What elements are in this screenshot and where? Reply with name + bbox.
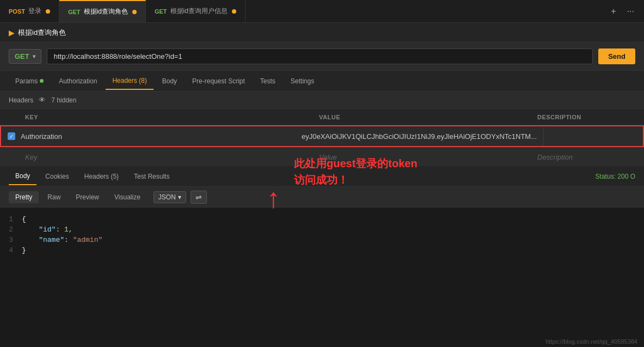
response-section: ↑ 此处用guest登录的token访问成功！ Body Cookies Hea… xyxy=(0,166,644,262)
line-num-3: 3 xyxy=(0,236,22,244)
row-value: eyJ0eXAiOiJKV1QiLCJhbGciOiJIUzI1NiJ9.eyJ… xyxy=(302,132,537,141)
res-tab-headers[interactable]: Headers (5) xyxy=(78,168,125,185)
breadcrumb: ▶ 根据id查询角色 xyxy=(0,23,644,42)
footer-url: https://blog.csdn.net/qq_40585384 xyxy=(545,338,637,345)
col-description: DESCRIPTION xyxy=(537,114,635,120)
format-value: JSON xyxy=(158,193,176,201)
format-select[interactable]: JSON ▾ xyxy=(154,191,186,203)
tab-get-user-label: 根据id查询用户信息 xyxy=(170,7,228,16)
tab-get-role-label: 根据id查询角色 xyxy=(84,7,128,16)
tab-post-method: POST xyxy=(9,8,25,15)
tab-get-user-method: GET xyxy=(155,8,167,15)
eye-icon[interactable]: 👁 xyxy=(39,96,46,104)
row-value-cell: eyJ0eXAiOiJKV1QiLCJhbGciOiJIUzI1NiJ9.eyJ… xyxy=(295,127,544,146)
params-active-dot xyxy=(40,79,44,83)
tab-post-label: 登录 xyxy=(28,7,41,16)
headers-label: Headers xyxy=(9,96,33,104)
key-cell: ✓ Authorization xyxy=(1,127,295,146)
empty-row[interactable]: Key Value Description xyxy=(0,147,644,166)
res-tab-headers-label: Headers (5) xyxy=(84,173,119,180)
tab-actions: + ··· xyxy=(608,4,644,19)
tab-get-role-dot xyxy=(132,10,137,14)
method-value: GET xyxy=(15,52,29,60)
url-bar: GET ▾ Send xyxy=(0,42,644,71)
row-key-value: Authorization xyxy=(21,132,62,141)
preview-view-button[interactable]: Preview xyxy=(69,191,106,203)
code-line-1: 1 { xyxy=(0,214,644,224)
line-content-4: } xyxy=(22,246,26,254)
tab-get-user-dot xyxy=(232,9,236,14)
res-tab-body-label: Body xyxy=(15,172,30,180)
line-content-1: { xyxy=(22,215,26,223)
req-tab-authorization-label: Authorization xyxy=(59,77,97,85)
line-num-2: 2 xyxy=(0,226,22,234)
res-tab-cookies[interactable]: Cookies xyxy=(39,168,75,185)
status-text: Status: 200 O xyxy=(596,173,635,180)
checkbox-checked-icon: ✓ xyxy=(8,132,15,140)
url-input[interactable] xyxy=(47,48,593,64)
footer: https://blog.csdn.net/qq_40585384 xyxy=(0,336,644,347)
visualize-view-button[interactable]: Visualize xyxy=(108,191,147,203)
res-tab-test-results-label: Test Results xyxy=(134,173,169,180)
res-tab-cookies-label: Cookies xyxy=(45,173,69,180)
empty-value: Value xyxy=(319,153,537,161)
line-num-4: 4 xyxy=(0,246,22,254)
tab-get-role[interactable]: GET 根据id查询角色 xyxy=(59,0,146,22)
line-num-1: 1 xyxy=(0,215,22,223)
req-tab-settings[interactable]: Settings xyxy=(284,73,321,89)
tab-bar: POST 登录 GET 根据id查询角色 GET 根据id查询用户信息 + ··… xyxy=(0,0,644,23)
row-description-cell xyxy=(544,131,642,142)
request-tabs: Params Authorization Headers (8) Body Pr… xyxy=(0,71,644,92)
req-tab-headers-label: Headers (8) xyxy=(112,77,146,84)
req-tab-tests[interactable]: Tests xyxy=(254,73,282,89)
req-tab-params[interactable]: Params xyxy=(9,73,50,89)
breadcrumb-arrow-icon: ▶ xyxy=(9,28,15,37)
hidden-count: 7 hidden xyxy=(51,96,76,104)
code-line-4: 4 } xyxy=(0,245,644,255)
add-tab-button[interactable]: + xyxy=(608,4,619,19)
col-value: VALUE xyxy=(319,114,537,120)
headers-meta: Headers 👁 7 hidden xyxy=(0,92,644,109)
headers-table: KEY VALUE DESCRIPTION ✓ Authorization ey… xyxy=(0,109,644,166)
res-tab-body[interactable]: Body xyxy=(9,168,36,185)
method-chevron-icon: ▾ xyxy=(33,53,35,59)
tab-get-user[interactable]: GET 根据id查询用户信息 xyxy=(146,0,246,22)
wrap-button[interactable]: ⇌ xyxy=(191,191,207,204)
body-toolbar: Pretty Raw Preview Visualize JSON ▾ ⇌ xyxy=(0,187,644,208)
tab-post-login[interactable]: POST 登录 xyxy=(0,0,59,22)
line-content-2: "id": 1, xyxy=(22,226,73,234)
req-tab-settings-label: Settings xyxy=(291,77,314,85)
req-tab-authorization[interactable]: Authorization xyxy=(52,73,103,89)
req-tab-body-label: Body xyxy=(162,77,177,85)
empty-description: Description xyxy=(537,153,635,161)
table-header: KEY VALUE DESCRIPTION xyxy=(0,109,644,125)
table-row: ✓ Authorization eyJ0eXAiOiJKV1QiLCJhbGci… xyxy=(0,125,644,147)
tab-post-dot xyxy=(46,9,50,14)
col-key: KEY xyxy=(25,114,319,120)
req-tab-tests-label: Tests xyxy=(260,77,275,85)
status-badge: Status: 200 O xyxy=(596,173,635,180)
req-tab-prerequest[interactable]: Pre-request Script xyxy=(186,73,252,89)
row-checkbox[interactable]: ✓ xyxy=(8,132,15,140)
empty-key: Key xyxy=(25,153,319,161)
line-content-3: "name": "admin" xyxy=(22,236,102,244)
req-tab-params-label: Params xyxy=(15,77,38,85)
format-chevron-icon: ▾ xyxy=(178,193,181,201)
req-tab-prerequest-label: Pre-request Script xyxy=(192,77,245,85)
response-code-block: 1 { 2 "id": 1, 3 "name": "admin" 4 } xyxy=(0,208,644,262)
tab-get-role-method: GET xyxy=(68,9,81,15)
req-tab-headers[interactable]: Headers (8) xyxy=(106,72,153,90)
req-tab-body[interactable]: Body xyxy=(156,73,183,89)
more-tabs-button[interactable]: ··· xyxy=(624,4,637,19)
code-line-2: 2 "id": 1, xyxy=(0,224,644,235)
breadcrumb-text: 根据id查询角色 xyxy=(18,28,66,38)
raw-view-button[interactable]: Raw xyxy=(41,191,67,203)
res-tab-test-results[interactable]: Test Results xyxy=(127,168,176,185)
pretty-view-button[interactable]: Pretty xyxy=(9,191,39,203)
method-select[interactable]: GET ▾ xyxy=(9,49,41,64)
response-tab-bar: Body Cookies Headers (5) Test Results St… xyxy=(0,166,644,187)
send-button[interactable]: Send xyxy=(598,48,635,64)
code-line-3: 3 "name": "admin" xyxy=(0,235,644,245)
